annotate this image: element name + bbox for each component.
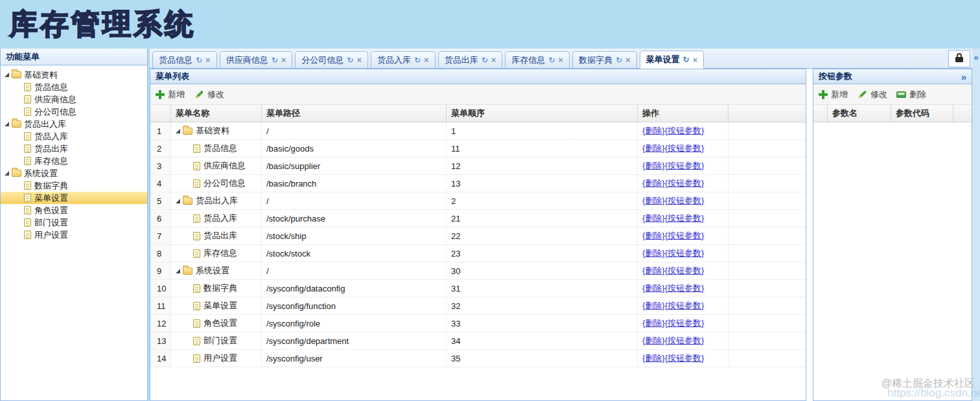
delete-link[interactable]: {删除} [642, 317, 665, 329]
table-row[interactable]: 8库存信息/stock/stock23{删除}{按钮参数} [150, 245, 806, 262]
button-params-link[interactable]: {按钮参数} [665, 282, 705, 294]
expand-icon[interactable] [176, 129, 180, 133]
delete-link[interactable]: {删除} [642, 230, 665, 242]
tree-item[interactable]: 货品出库 [1, 143, 147, 155]
delete-link[interactable]: {删除} [642, 212, 665, 224]
tab[interactable]: 货品信息↻× [152, 51, 217, 68]
button-params-link[interactable]: {按钮参数} [665, 178, 705, 189]
tree-item[interactable]: 角色设置 [1, 204, 147, 216]
tab[interactable]: 货品入库↻× [371, 51, 436, 68]
table-row[interactable]: 13部门设置/sysconfig/department34{删除}{按钮参数} [150, 332, 806, 350]
delete-link[interactable]: {删除} [642, 352, 665, 364]
refresh-icon[interactable]: ↻ [347, 56, 353, 64]
button-params-link[interactable]: {按钮参数} [665, 317, 705, 329]
collapse-left-icon[interactable]: « [974, 53, 978, 62]
expand-icon[interactable] [176, 199, 180, 203]
column-header-param-code[interactable]: 参数代码 [891, 105, 953, 122]
close-icon[interactable]: × [558, 56, 563, 64]
close-icon[interactable]: × [491, 56, 496, 64]
close-icon[interactable]: × [424, 56, 429, 64]
refresh-icon[interactable]: ↻ [196, 56, 202, 64]
refresh-icon[interactable]: ↻ [482, 56, 488, 64]
add-button[interactable]: 新增 [156, 89, 185, 100]
column-header-operations[interactable]: 操作 [638, 105, 729, 122]
tree-item[interactable]: 货品信息 [1, 81, 147, 93]
delete-link[interactable]: {删除} [642, 125, 665, 137]
button-params-link[interactable]: {按钮参数} [665, 212, 705, 224]
table-row[interactable]: 9系统设置/30{删除}{按钮参数} [150, 262, 806, 280]
tree-folder[interactable]: 系统设置 [1, 167, 147, 179]
refresh-icon[interactable]: ↻ [414, 56, 421, 64]
delete-link[interactable]: {删除} [642, 335, 665, 347]
refresh-icon[interactable]: ↻ [272, 56, 278, 64]
button-params-link[interactable]: {按钮参数} [665, 247, 705, 259]
close-icon[interactable]: × [625, 56, 631, 64]
collapse-panel-icon[interactable]: » [961, 72, 966, 82]
tab[interactable]: 库存信息↻× [505, 51, 570, 68]
tree-item[interactable]: 供应商信息 [1, 93, 147, 106]
close-icon[interactable]: × [281, 56, 286, 64]
delete-link[interactable]: {删除} [642, 282, 665, 294]
edit-button[interactable]: 修改 [194, 89, 224, 100]
tab[interactable]: 货品出库↻× [438, 51, 503, 68]
column-header-menu-name[interactable]: 菜单名称 [171, 105, 262, 122]
close-icon[interactable]: × [356, 56, 362, 64]
delete-link[interactable]: {删除} [642, 247, 665, 259]
tree-item[interactable]: 菜单设置 [1, 192, 147, 204]
delete-link[interactable]: {删除} [642, 143, 665, 154]
button-params-link[interactable]: {按钮参数} [665, 230, 705, 242]
column-header-menu-order[interactable]: 菜单顺序 [447, 105, 638, 122]
tree-item[interactable]: 数据字典 [1, 179, 147, 192]
button-params-link[interactable]: {按钮参数} [665, 143, 705, 154]
expand-icon[interactable] [5, 73, 9, 77]
tab[interactable]: 数据字典↻× [572, 51, 637, 68]
expand-icon[interactable] [5, 122, 9, 126]
refresh-icon[interactable]: ↻ [616, 56, 622, 64]
delete-link[interactable]: {删除} [642, 195, 665, 207]
tree-item[interactable]: 库存信息 [1, 155, 147, 167]
tree-item[interactable]: 分公司信息 [1, 106, 147, 118]
edit-button[interactable]: 修改 [857, 89, 887, 100]
delete-link[interactable]: {删除} [642, 265, 665, 277]
button-params-link[interactable]: {按钮参数} [665, 335, 705, 347]
table-row[interactable]: 2货品信息/basic/goods11{删除}{按钮参数} [150, 140, 806, 157]
column-header-param-name[interactable]: 参数名 [828, 105, 891, 122]
button-params-link[interactable]: {按钮参数} [665, 160, 705, 172]
delete-button[interactable]: 删除 [896, 89, 926, 100]
tab[interactable]: 分公司信息↻× [295, 51, 368, 68]
tree-folder[interactable]: 货品出入库 [1, 118, 147, 130]
delete-link[interactable]: {删除} [642, 300, 665, 312]
tree-item[interactable]: 部门设置 [1, 216, 147, 229]
expand-icon[interactable] [176, 269, 180, 273]
table-row[interactable]: 4分公司信息/basic/branch13{删除}{按钮参数} [150, 175, 806, 192]
close-icon[interactable]: × [205, 56, 211, 64]
table-row[interactable]: 6货品入库/stock/purchase21{删除}{按钮参数} [150, 210, 806, 227]
button-params-link[interactable]: {按钮参数} [665, 352, 705, 364]
table-row[interactable]: 10数据字典/sysconfig/dataconfig31{删除}{按钮参数} [150, 280, 806, 297]
lock-button[interactable] [948, 50, 970, 67]
close-icon[interactable]: × [693, 56, 698, 64]
table-row[interactable]: 14用户设置/sysconfig/user35{删除}{按钮参数} [150, 350, 806, 367]
column-header-menu-path[interactable]: 菜单路径 [262, 105, 447, 122]
table-row[interactable]: 11菜单设置/sysconfig/function32{删除}{按钮参数} [150, 297, 806, 315]
tree-item[interactable]: 用户设置 [1, 229, 147, 241]
button-params-link[interactable]: {按钮参数} [665, 265, 705, 277]
expand-icon[interactable] [5, 171, 9, 176]
refresh-icon[interactable]: ↻ [548, 56, 555, 64]
table-row[interactable]: 5货品出入库/2{删除}{按钮参数} [150, 192, 806, 210]
delete-link[interactable]: {删除} [642, 160, 665, 172]
tab[interactable]: 供应商信息↻× [220, 51, 293, 68]
button-params-link[interactable]: {按钮参数} [665, 195, 705, 207]
tree-folder[interactable]: 基础资料 [1, 69, 147, 81]
tab[interactable]: 菜单设置↻× [640, 51, 705, 69]
button-params-link[interactable]: {按钮参数} [665, 300, 705, 312]
table-row[interactable]: 1基础资料/1{删除}{按钮参数} [150, 122, 806, 140]
add-button[interactable]: 新增 [819, 89, 848, 100]
refresh-icon[interactable]: ↻ [683, 56, 690, 63]
tree-item[interactable]: 货品入库 [1, 130, 147, 143]
table-row[interactable]: 3供应商信息/basic/supplier12{删除}{按钮参数} [150, 157, 806, 175]
delete-link[interactable]: {删除} [642, 178, 665, 189]
button-params-link[interactable]: {按钮参数} [665, 125, 705, 137]
table-row[interactable]: 12角色设置/sysconfig/role33{删除}{按钮参数} [150, 315, 806, 332]
table-row[interactable]: 7货品出库/stock/ship22{删除}{按钮参数} [150, 227, 806, 245]
